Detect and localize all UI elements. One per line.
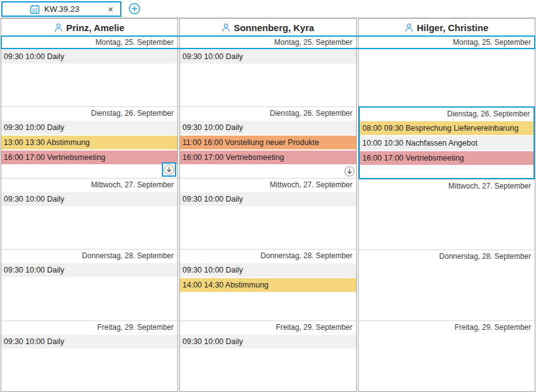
day-header[interactable]: Montag, 25. September — [359, 36, 535, 49]
appointment[interactable]: 14:00 14:30 Abstimmung — [180, 278, 356, 292]
day-section[interactable]: Dienstag, 26. September 09:30 10:00 Dail… — [1, 106, 177, 177]
appointment[interactable]: 08:00 09:30 Besprechung Liefervereinbaru… — [360, 121, 534, 135]
day-label: Freitag, 29. September — [97, 323, 174, 332]
scroll-down-button[interactable] — [164, 164, 174, 175]
day-section[interactable]: Montag, 25. September — [359, 36, 535, 106]
calendar-grid: Prinz, Amelie Montag, 25. September 09:3… — [1, 18, 535, 392]
day-label: Donnerstag, 28. September — [82, 251, 174, 260]
event-list — [359, 49, 535, 50]
appointment[interactable]: 09:30 10:00 Daily — [180, 192, 356, 206]
event-list: 09:30 10:00 Daily — [180, 49, 356, 63]
day-header[interactable]: Mittwoch, 27. September — [1, 179, 177, 192]
day-label: Dienstag, 26. September — [270, 109, 352, 118]
day-header[interactable]: Mittwoch, 27. September — [359, 180, 535, 193]
overflow-button-wrap — [162, 162, 176, 177]
close-icon[interactable]: × — [108, 4, 113, 14]
day-section[interactable]: Donnerstag, 28. September — [359, 250, 535, 320]
appointment[interactable]: 09:30 10:00 Daily — [1, 121, 177, 134]
event-list: 09:30 10:00 Daily — [1, 192, 177, 206]
event-list: 09:30 10:00 Daily 14:00 14:30 Abstimmung — [180, 263, 356, 292]
tab-label: KW.39.23 — [44, 4, 79, 14]
person-column-header[interactable]: Sonnenberg, Kyra — [180, 19, 356, 36]
day-header[interactable]: Dienstag, 26. September — [180, 107, 356, 120]
day-label: Freitag, 29. September — [454, 323, 531, 332]
event-list: 09:30 10:00 Daily 13:00 13:30 Abstimmung… — [1, 120, 177, 164]
day-section[interactable]: Donnerstag, 28. September 09:30 10:00 Da… — [180, 249, 356, 320]
day-header[interactable]: Donnerstag, 28. September — [1, 250, 177, 263]
event-list: 09:30 10:00 Daily — [1, 334, 177, 348]
day-header[interactable]: Freitag, 29. September — [359, 321, 535, 334]
day-section[interactable]: Mittwoch, 27. September 09:30 10:00 Dail… — [180, 178, 356, 249]
appointment[interactable]: 09:30 10:00 Daily — [180, 335, 356, 348]
day-label: Freitag, 29. September — [276, 323, 352, 332]
day-section[interactable]: Montag, 25. September 09:30 10:00 Daily — [1, 36, 177, 106]
appointment[interactable]: 09:30 10:00 Daily — [180, 50, 356, 63]
day-label: Dienstag, 26. September — [91, 109, 174, 118]
event-list: 08:00 09:30 Besprechung Liefervereinbaru… — [360, 121, 534, 165]
day-label: Mittwoch, 27. September — [270, 180, 352, 189]
day-section[interactable]: Mittwoch, 27. September 09:30 10:00 Dail… — [1, 178, 177, 249]
appointment[interactable]: 09:30 10:00 Daily — [1, 50, 177, 63]
day-list: Montag, 25. September 09:30 10:00 Daily … — [180, 36, 356, 391]
event-list — [359, 193, 535, 194]
tab-bar: KW.39.23 × — [0, 0, 536, 18]
appointment[interactable]: 11:00 16:00 Vorstellung neuer Produkte — [180, 136, 356, 149]
day-header[interactable]: Freitag, 29. September — [1, 321, 177, 334]
event-list: 09:30 10:00 Daily — [1, 49, 177, 63]
person-column-header[interactable]: Hilger, Christine — [359, 19, 535, 36]
overflow-button-wrap — [344, 166, 355, 177]
day-section[interactable]: Donnerstag, 28. September 09:30 10:00 Da… — [1, 249, 177, 320]
person-column: Hilger, Christine Montag, 25. September … — [358, 18, 535, 392]
event-list — [359, 334, 535, 335]
person-column-header[interactable]: Prinz, Amelie — [1, 19, 177, 36]
day-section[interactable]: Freitag, 29. September 09:30 10:00 Daily — [180, 320, 356, 391]
day-header[interactable]: Montag, 25. September — [1, 36, 177, 49]
day-section[interactable]: Freitag, 29. September — [359, 320, 535, 391]
day-list: Montag, 25. September 09:30 10:00 Daily … — [1, 36, 177, 391]
event-list: 09:30 10:00 Daily — [1, 263, 177, 277]
appointment[interactable]: 09:30 10:00 Daily — [180, 263, 356, 277]
event-list: 09:30 10:00 Daily 11:00 16:00 Vorstellun… — [180, 120, 356, 164]
person-column: Prinz, Amelie Montag, 25. September 09:3… — [1, 18, 178, 392]
appointment[interactable]: 16:00 17:00 Vertriebsmeeting — [360, 151, 534, 165]
appointment[interactable]: 09:30 10:00 Daily — [180, 121, 356, 134]
person-name: Hilger, Christine — [416, 22, 488, 33]
day-header[interactable]: Montag, 25. September — [180, 36, 356, 49]
day-label: Montag, 25. September — [275, 38, 352, 47]
person-icon — [405, 23, 413, 32]
day-section[interactable]: Dienstag, 26. September 08:00 09:30 Besp… — [359, 106, 535, 179]
day-label: Donnerstag, 28. September — [261, 251, 352, 260]
day-section[interactable]: Montag, 25. September 09:30 10:00 Daily — [180, 36, 356, 106]
event-list: 09:30 10:00 Daily — [180, 192, 356, 206]
appointment[interactable]: 09:30 10:00 Daily — [1, 263, 177, 277]
day-header[interactable]: Donnerstag, 28. September — [359, 250, 535, 263]
day-label: Montag, 25. September — [453, 38, 531, 47]
appointment[interactable]: 16:00 17:00 Vertriebsmeeting — [1, 151, 177, 164]
day-header[interactable]: Freitag, 29. September — [180, 321, 356, 334]
appointment[interactable]: 09:30 10:00 Daily — [1, 192, 177, 206]
event-list — [359, 263, 535, 264]
day-section[interactable]: Dienstag, 26. September 09:30 10:00 Dail… — [180, 106, 356, 177]
calendar-week-tab[interactable]: KW.39.23 × — [1, 1, 121, 17]
day-header[interactable]: Dienstag, 26. September — [1, 107, 177, 120]
appointment[interactable]: 09:30 10:00 Daily — [1, 335, 177, 348]
day-section[interactable]: Freitag, 29. September 09:30 10:00 Daily — [1, 320, 177, 391]
person-column: Sonnenberg, Kyra Montag, 25. September 0… — [179, 18, 357, 392]
day-section[interactable]: Mittwoch, 27. September — [359, 179, 535, 250]
add-tab-button[interactable] — [128, 2, 141, 15]
day-header[interactable]: Dienstag, 26. September — [360, 108, 534, 121]
person-icon — [54, 23, 63, 32]
person-name: Sonnenberg, Kyra — [233, 22, 314, 33]
appointment[interactable]: 10:00 10:30 Nachfassen Angebot — [360, 136, 534, 150]
arrow-down-circle-icon — [164, 164, 174, 175]
day-label: Dienstag, 26. September — [447, 110, 530, 118]
person-name: Prinz, Amelie — [66, 22, 125, 33]
scroll-down-button[interactable] — [344, 166, 355, 177]
day-header[interactable]: Mittwoch, 27. September — [180, 179, 356, 192]
appointment[interactable]: 16:00 17:00 Vertriebsmeeting — [180, 151, 356, 164]
appointment[interactable]: 13:00 13:30 Abstimmung — [1, 136, 177, 149]
event-list: 09:30 10:00 Daily — [180, 334, 356, 348]
day-label: Mittwoch, 27. September — [448, 182, 531, 190]
day-header[interactable]: Donnerstag, 28. September — [180, 250, 356, 263]
day-label: Montag, 25. September — [96, 38, 174, 47]
